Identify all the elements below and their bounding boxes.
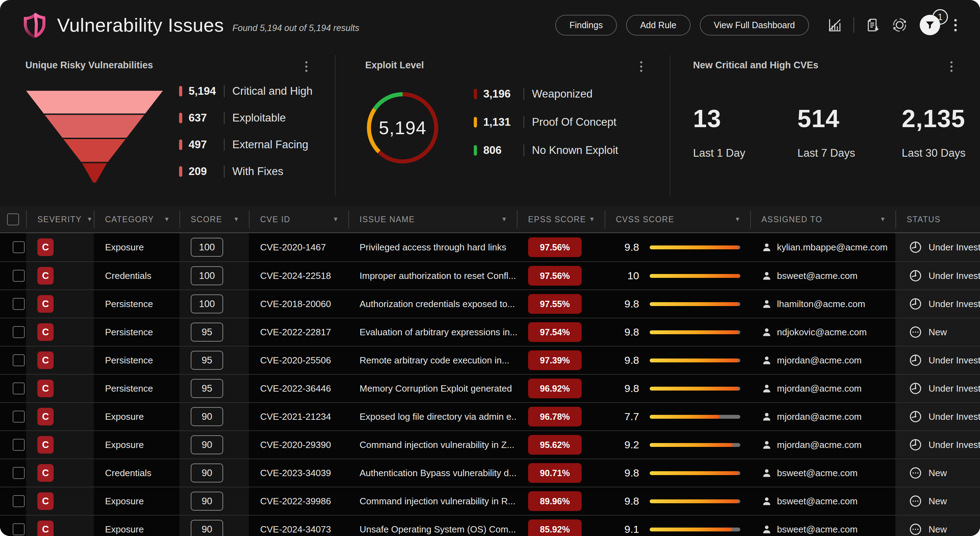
issue-name-cell[interactable]: Improper authorization to reset Confl...: [348, 262, 517, 290]
table-row[interactable]: C Persistence 95 CVE-2020-25506 Remote a…: [0, 346, 980, 374]
cve-id-cell[interactable]: CVE-2020-25506: [249, 347, 348, 374]
row-checkbox[interactable]: [13, 411, 25, 423]
table-row[interactable]: C Credentials 90 CVE-2023-34039 Authenti…: [0, 458, 980, 487]
assigned-email: mjordan@acme.com: [777, 439, 862, 450]
severity-cell: C: [26, 233, 94, 261]
column-header-status[interactable]: STATUS: [896, 206, 980, 232]
column-header-category[interactable]: CATEGORY▼: [94, 206, 180, 232]
assigned-to-cell[interactable]: mjordan@acme.com: [750, 431, 896, 458]
cve-id-cell[interactable]: CVE-2024-34073: [249, 515, 348, 536]
table-row[interactable]: C Exposure 90 CVE-2020-29390 Command inj…: [0, 430, 980, 458]
issue-name-cell[interactable]: Privileged access through hard links: [348, 233, 517, 261]
status-cell[interactable]: Under Investigation: [896, 347, 980, 374]
status-cell[interactable]: Under Investigation: [896, 431, 980, 458]
status-cell[interactable]: New: [896, 459, 980, 487]
table-row[interactable]: C Exposure 90 CVE-2022-39986 Command inj…: [0, 487, 980, 515]
epss-score-badge: 96.78%: [528, 407, 582, 427]
issue-name-cell[interactable]: Authentication Bypass vulnerability d...: [348, 459, 517, 487]
row-checkbox[interactable]: [13, 439, 25, 451]
cve-id-cell[interactable]: CVE-2024-22518: [249, 262, 348, 290]
column-header-cvss-score[interactable]: CVSS SCORE▼: [605, 206, 750, 232]
cvss-score-value: 9.8: [616, 241, 639, 253]
status-cell[interactable]: Under Investigation: [896, 262, 980, 290]
row-checkbox[interactable]: [13, 241, 25, 253]
status-cell[interactable]: Under Investigation: [896, 375, 980, 402]
issue-name-cell[interactable]: Command injection vulnerability in R...: [348, 487, 517, 515]
assigned-to-cell[interactable]: lhamilton@acme.com: [750, 290, 896, 318]
column-header-cve-id[interactable]: CVE ID▼: [249, 206, 348, 232]
status-cell[interactable]: New: [896, 487, 980, 515]
cve-id-cell[interactable]: CVE-2023-34039: [249, 459, 348, 487]
export-report-icon[interactable]: [865, 17, 881, 33]
widget-kebab-menu[interactable]: [948, 59, 955, 74]
table-row[interactable]: C Persistence 95 CVE-2022-22817 Evaluati…: [0, 318, 980, 346]
row-checkbox[interactable]: [13, 270, 25, 282]
issue-name-cell[interactable]: Unsafe Operating System (OS) Com...: [348, 515, 517, 536]
cve-id-cell[interactable]: CVE-2020-1467: [249, 233, 348, 261]
widget-kebab-menu[interactable]: [303, 59, 310, 74]
header-kebab-menu[interactable]: [951, 17, 960, 33]
cvss-score-cell: 9.8: [605, 233, 750, 261]
sync-refresh-icon[interactable]: [891, 17, 908, 33]
severity-critical-badge: C: [37, 436, 54, 454]
column-header-score[interactable]: SCORE▼: [180, 206, 249, 232]
assigned-to-cell[interactable]: mjordan@acme.com: [750, 347, 896, 374]
status-cell[interactable]: Under Investigation: [896, 403, 980, 430]
row-checkbox[interactable]: [13, 298, 25, 310]
cvss-score-bar: [650, 358, 740, 362]
issue-name-cell[interactable]: Evaluation of arbitrary expressions in..…: [348, 318, 517, 346]
table-row[interactable]: C Exposure 90 CVE-2021-21234 Exposed log…: [0, 402, 980, 430]
active-filters-avatar[interactable]: [920, 15, 940, 35]
issue-name-cell[interactable]: Exposed log file directory via admin e..…: [348, 403, 517, 430]
cve-id-cell[interactable]: CVE-2021-21234: [249, 403, 348, 430]
row-checkbox[interactable]: [13, 495, 25, 507]
row-checkbox[interactable]: [13, 467, 25, 479]
cve-id-cell[interactable]: CVE-2018-20060: [249, 290, 348, 318]
epss-score-badge: 97.55%: [528, 294, 582, 314]
assigned-to-cell[interactable]: bsweet@acme.com: [750, 262, 896, 290]
view-full-dashboard-button[interactable]: View Full Dashboard: [700, 15, 809, 36]
table-row[interactable]: C Persistence 100 CVE-2018-20060 Authori…: [0, 290, 980, 318]
assigned-to-cell[interactable]: kylian.mbappe@acme.com: [750, 233, 896, 261]
cve-id-cell[interactable]: CVE-2022-22817: [249, 318, 348, 346]
issue-name-cell[interactable]: Remote arbitrary code execution in...: [348, 347, 517, 374]
assigned-to-cell[interactable]: mjordan@acme.com: [750, 375, 896, 402]
cve-id-cell[interactable]: CVE-2022-39986: [249, 487, 348, 515]
assigned-to-cell[interactable]: bsweet@acme.com: [750, 459, 896, 487]
issue-name-cell[interactable]: Authorization credentials exposed to...: [348, 290, 517, 318]
epss-score-cell: 90.71%: [517, 459, 605, 487]
widget-kebab-menu[interactable]: [638, 59, 644, 74]
exploit-legend: 3,196 Weaponized 1,131 Proof Of Concept …: [474, 86, 618, 171]
status-cell[interactable]: New: [896, 318, 980, 346]
findings-button[interactable]: Findings: [555, 15, 617, 36]
severity-cell: C: [26, 290, 94, 318]
score-cell: 100: [180, 262, 249, 290]
column-header-epss-score[interactable]: EPSS SCORE▼: [517, 206, 605, 232]
assigned-to-cell[interactable]: bsweet@acme.com: [750, 515, 896, 536]
issue-name-cell[interactable]: Memory Corruption Exploit generated: [348, 375, 517, 402]
table-row[interactable]: C Persistence 95 CVE-2022-36446 Memory C…: [0, 374, 980, 402]
assigned-to-cell[interactable]: ndjokovic@acme.com: [750, 318, 896, 346]
table-row[interactable]: C Exposure 90 CVE-2024-34073 Unsafe Oper…: [0, 515, 980, 536]
assigned-to-cell[interactable]: mjordan@acme.com: [750, 403, 896, 430]
toggle-charts-icon[interactable]: [827, 17, 843, 33]
status-cell[interactable]: New: [896, 515, 980, 536]
row-checkbox[interactable]: [13, 523, 25, 535]
column-header-assigned-to[interactable]: ASSIGNED TO▼: [750, 206, 896, 232]
assigned-to-cell[interactable]: bsweet@acme.com: [750, 487, 896, 515]
status-cell[interactable]: Under Investigation: [896, 290, 980, 318]
row-checkbox[interactable]: [13, 354, 25, 366]
column-header-issue-name[interactable]: ISSUE NAME▼: [348, 206, 517, 232]
cve-id-cell[interactable]: CVE-2020-29390: [249, 431, 348, 458]
under-investigation-clock-icon: [909, 438, 922, 452]
cve-id-cell[interactable]: CVE-2022-36446: [249, 375, 348, 402]
table-row[interactable]: C Exposure 100 CVE-2020-1467 Privileged …: [0, 233, 980, 261]
status-cell[interactable]: Under Investigation: [896, 233, 980, 261]
row-checkbox[interactable]: [13, 326, 25, 338]
column-header-severity[interactable]: SEVERITY▼: [26, 206, 94, 232]
issue-name-cell[interactable]: Command injection vulnerability in Z...: [348, 431, 517, 458]
row-checkbox[interactable]: [13, 382, 25, 395]
select-all-checkbox[interactable]: [7, 213, 19, 225]
add-rule-button[interactable]: Add Rule: [626, 15, 690, 36]
table-row[interactable]: C Credentials 100 CVE-2024-22518 Imprope…: [0, 261, 980, 290]
